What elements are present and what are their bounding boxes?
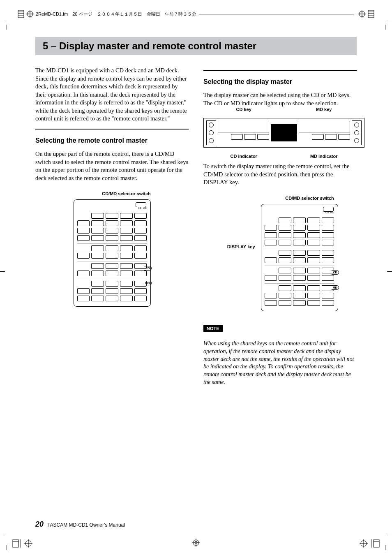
md-section-badge: MD — [144, 281, 152, 285]
note-badge: NOTE — [203, 325, 223, 332]
remote-illustration: CD MD — [261, 204, 338, 311]
figure-label: CD/MD selector switch — [102, 191, 151, 196]
registration-mark-icon — [358, 10, 366, 18]
crop-tick — [387, 535, 392, 535]
prepress-meta: 2ReMD-CD1.fm 20 ページ ２００４年１１月５日 金曜日 午前７時３… — [36, 11, 196, 17]
note-text: When using the shared keys on the remote… — [203, 340, 357, 386]
figure-deck: CD key MD key — [203, 118, 357, 148]
crop-tick — [387, 271, 392, 272]
deck-bottom-labels: CD indicator MD indicator — [204, 154, 364, 159]
header-rule — [199, 14, 354, 14]
crop-tick — [385, 25, 385, 30]
md-section-badge: MD — [332, 285, 339, 290]
svg-rect-0 — [18, 10, 24, 18]
bottom-registration — [0, 539, 392, 547]
deck-top-labels: CD key MD key — [204, 107, 364, 112]
booklet-icon — [12, 539, 19, 548]
section-rule — [203, 70, 357, 71]
svg-rect-12 — [368, 10, 374, 18]
remote-illustration: CD MD CD — [74, 199, 151, 307]
deck-illustration: CD key MD key — [203, 118, 364, 148]
registration-mark-icon — [192, 539, 200, 547]
two-column-layout: The MD-CD1 is equipped with a CD deck an… — [35, 67, 357, 392]
body-paragraph: To switch the display master using the r… — [203, 162, 357, 187]
left-column: The MD-CD1 is equipped with a CD deck an… — [35, 67, 189, 314]
prepress-header: 2ReMD-CD1.fm 20 ページ ２００４年１１月５日 金曜日 午前７時３… — [18, 10, 374, 18]
page-number: 20 — [35, 520, 44, 528]
figure-remote-1: CD/MD selector switch CD MD — [35, 190, 189, 307]
section-heading: Selecting the remote control master — [35, 137, 189, 144]
body-paragraph: The display master can be selected using… — [203, 91, 357, 107]
booklet-icon — [368, 10, 374, 18]
intro-paragraph: The MD-CD1 is equipped with a CD deck an… — [35, 67, 189, 123]
crop-tick — [387, 20, 392, 20]
cd-indicator-label: CD indicator — [230, 154, 257, 159]
right-column: Selecting the display master The display… — [203, 67, 357, 392]
registration-mark-icon — [24, 539, 32, 548]
crop-tick — [7, 25, 7, 30]
svg-rect-20 — [13, 540, 18, 547]
section-rule — [35, 129, 189, 130]
bottom-right-marks — [358, 539, 380, 548]
page: 2ReMD-CD1.fm 20 ページ ２００４年１１月５日 金曜日 午前７時３… — [0, 0, 392, 555]
cd-key-label: CD key — [236, 107, 251, 112]
md-indicator-label: MD indicator — [310, 154, 338, 159]
md-key-label: MD key — [316, 107, 332, 112]
page-footer: 20 TASCAM MD-CD1 Owner's Manual — [35, 520, 125, 529]
booklet-icon — [373, 539, 380, 548]
registration-mark-icon — [360, 539, 368, 548]
registration-mark-icon — [26, 10, 34, 18]
cdmd-labels: CD MD — [325, 211, 334, 214]
booklet-icon — [18, 10, 24, 18]
crop-tick — [0, 20, 5, 20]
crop-tick — [0, 271, 5, 272]
section-heading: Selecting the display master — [203, 78, 357, 86]
body-paragraph: On the upper part of the remote control,… — [35, 150, 189, 182]
figure-remote-2: DISPLAY key CD/MD selector switch CD MD — [203, 194, 357, 311]
content-area: 5 – Display master and remote control ma… — [35, 37, 357, 518]
cd-section-badge: CD — [144, 266, 151, 271]
svg-rect-28 — [374, 540, 379, 547]
doc-title: TASCAM MD-CD1 Owner's Manual — [47, 522, 125, 528]
cd-section-badge: CD — [332, 270, 339, 275]
display-key-label: DISPLAY key — [222, 194, 258, 249]
chapter-heading-bar: 5 – Display master and remote control ma… — [35, 37, 357, 55]
crop-tick — [0, 535, 5, 535]
cdmd-labels: CD MD — [138, 207, 147, 209]
figure-label: CD/MD selector switch — [285, 196, 334, 201]
chapter-title: 5 – Display master and remote control ma… — [43, 40, 349, 52]
bottom-left-marks — [12, 539, 34, 548]
